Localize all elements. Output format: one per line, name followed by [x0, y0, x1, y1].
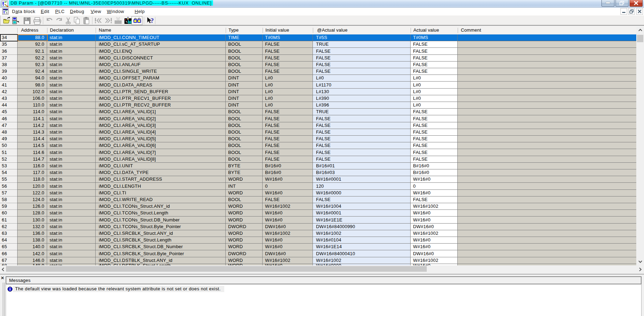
svg-text:?: ? [150, 17, 154, 24]
